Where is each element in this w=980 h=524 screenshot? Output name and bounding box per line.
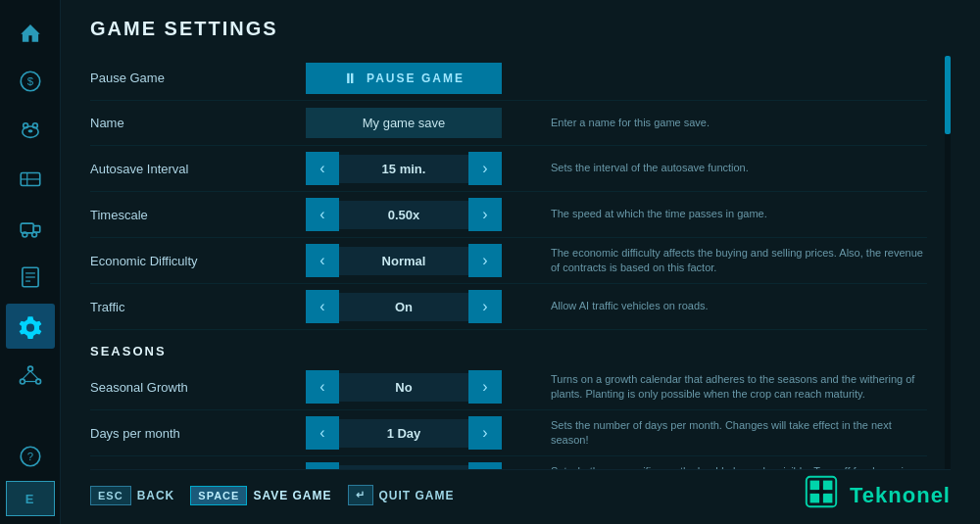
- quit-hotkey-group: ↵ QUIT GAME: [348, 485, 455, 505]
- economic-next-button[interactable]: ›: [468, 244, 502, 277]
- seasons-header: SEASONS: [90, 330, 927, 364]
- timescale-next-button[interactable]: ›: [468, 198, 502, 231]
- setting-row-autosave: Autosave Interval ‹ 15 min. › Sets the i…: [90, 146, 927, 192]
- settings-list: Pause Game ⏸ PAUSE GAME Name Enter a nam…: [90, 56, 937, 469]
- svg-point-17: [27, 366, 32, 371]
- economic-control: ‹ Normal ›: [306, 244, 521, 277]
- days-control: ‹ 1 Day ›: [306, 416, 521, 450]
- sidebar-item-farm[interactable]: [6, 10, 55, 55]
- economic-prev-button[interactable]: ‹: [306, 244, 339, 277]
- autosave-value: 15 min.: [339, 155, 468, 183]
- setting-row-pause: Pause Game ⏸ PAUSE GAME: [90, 56, 927, 101]
- fixed-month-next-button[interactable]: ›: [468, 462, 502, 469]
- svg-rect-27: [823, 481, 833, 491]
- days-label: Days per month: [90, 426, 306, 441]
- timescale-stepper: ‹ 0.50x ›: [306, 198, 502, 231]
- timescale-value: 0.50x: [339, 201, 468, 229]
- economic-label: Economic Difficulty: [90, 254, 306, 268]
- fixed-month-stepper: ‹ Off ›: [306, 462, 502, 469]
- seasonal-control: ‹ No ›: [306, 370, 521, 404]
- fixed-month-control: ‹ Off ›: [306, 462, 521, 469]
- svg-text:$: $: [26, 75, 33, 87]
- quit-key-badge: ↵: [348, 485, 373, 505]
- svg-point-18: [20, 379, 24, 384]
- economic-stepper: ‹ Normal ›: [306, 244, 502, 277]
- svg-rect-28: [810, 494, 820, 503]
- svg-line-21: [30, 371, 38, 379]
- svg-rect-12: [33, 226, 40, 233]
- e-label: E: [25, 492, 35, 506]
- timescale-prev-button[interactable]: ‹: [306, 198, 339, 231]
- autosave-label: Autosave Interval: [90, 162, 306, 176]
- timescale-control: ‹ 0.50x ›: [306, 198, 521, 231]
- name-input[interactable]: [306, 108, 502, 138]
- economic-description: The economic difficulty affects the buyi…: [521, 246, 927, 276]
- seasonal-prev-button[interactable]: ‹: [306, 370, 339, 404]
- pause-icon: ⏸: [343, 71, 359, 86]
- sidebar-item-machines[interactable]: [6, 206, 55, 251]
- seasonal-label: Seasonal Growth: [90, 380, 306, 395]
- seasonal-stepper: ‹ No ›: [306, 370, 502, 404]
- svg-point-19: [35, 379, 40, 384]
- svg-point-5: [27, 129, 32, 132]
- pause-label: Pause Game: [90, 71, 306, 85]
- autosave-next-button[interactable]: ›: [468, 152, 502, 185]
- traffic-prev-button[interactable]: ‹: [306, 290, 339, 323]
- back-hotkey-group: ESC BACK: [90, 486, 174, 505]
- scrollbar-thumb: [945, 56, 951, 134]
- pause-control: ⏸ PAUSE GAME: [306, 63, 521, 94]
- back-label: BACK: [137, 489, 175, 502]
- page-title: GAME SETTINGS: [90, 18, 951, 40]
- traffic-label: Traffic: [90, 300, 306, 314]
- seasonal-next-button[interactable]: ›: [468, 370, 502, 404]
- svg-rect-29: [823, 494, 833, 503]
- autosave-description: Sets the interval of the autosave functi…: [521, 161, 927, 175]
- traffic-control: ‹ On ›: [306, 290, 521, 323]
- traffic-value: On: [339, 293, 468, 321]
- setting-row-days: Days per month ‹ 1 Day › Sets the number…: [90, 410, 927, 456]
- svg-line-20: [22, 371, 29, 379]
- bottom-left: ESC BACK SPACE SAVE GAME ↵ QUIT GAME: [90, 485, 455, 505]
- save-key-badge: SPACE: [190, 486, 247, 505]
- setting-row-seasonal: Seasonal Growth ‹ No › Turns on a growth…: [90, 364, 927, 410]
- fixed-month-prev-button[interactable]: ‹: [306, 462, 339, 469]
- seasonal-value: No: [339, 373, 468, 402]
- autosave-prev-button[interactable]: ‹: [306, 152, 339, 185]
- setting-row-name: Name Enter a name for this game save.: [90, 101, 927, 146]
- economic-value: Normal: [339, 247, 468, 275]
- save-label: SAVE GAME: [253, 489, 331, 502]
- days-prev-button[interactable]: ‹: [306, 416, 339, 450]
- brand-name: Teknonel: [850, 483, 951, 508]
- sidebar-bottom: ? E: [6, 432, 55, 516]
- traffic-stepper: ‹ On ›: [306, 290, 502, 323]
- sidebar-item-quest[interactable]: ?: [6, 434, 55, 479]
- back-key-badge: ESC: [90, 486, 131, 505]
- sidebar-item-contracts[interactable]: [6, 255, 55, 300]
- traffic-next-button[interactable]: ›: [468, 290, 502, 323]
- sidebar-item-network[interactable]: [6, 353, 55, 398]
- autosave-stepper: ‹ 15 min. ›: [306, 152, 502, 185]
- svg-rect-26: [810, 481, 820, 491]
- settings-area: Pause Game ⏸ PAUSE GAME Name Enter a nam…: [90, 56, 951, 469]
- pause-button[interactable]: ⏸ PAUSE GAME: [306, 63, 502, 94]
- sidebar-item-gamesettings[interactable]: [6, 304, 55, 349]
- brand: Teknonel: [803, 473, 951, 517]
- timescale-label: Timescale: [90, 208, 306, 222]
- svg-rect-9: [21, 223, 33, 233]
- brand-icon: [803, 473, 840, 517]
- setting-row-fixed-month: Fixed visual month ‹ Off › Set whether a…: [90, 456, 927, 469]
- days-next-button[interactable]: ›: [468, 416, 502, 450]
- seasonal-description: Turns on a growth calendar that adheres …: [521, 372, 927, 403]
- pause-button-label: PAUSE GAME: [367, 71, 465, 85]
- days-stepper: ‹ 1 Day ›: [306, 416, 502, 450]
- sidebar-item-fields[interactable]: [6, 157, 55, 202]
- bottom-bar: ESC BACK SPACE SAVE GAME ↵ QUIT GAME: [90, 469, 951, 514]
- sidebar-e-button[interactable]: E: [6, 481, 55, 516]
- scrollbar[interactable]: [945, 56, 951, 469]
- sidebar-item-money[interactable]: $: [6, 59, 55, 104]
- sidebar: $ ? E: [0, 0, 61, 524]
- name-label: Name: [90, 116, 306, 130]
- timescale-description: The speed at which the time passes in ga…: [521, 207, 927, 221]
- sidebar-item-animals[interactable]: [6, 108, 55, 153]
- days-value: 1 Day: [339, 419, 468, 448]
